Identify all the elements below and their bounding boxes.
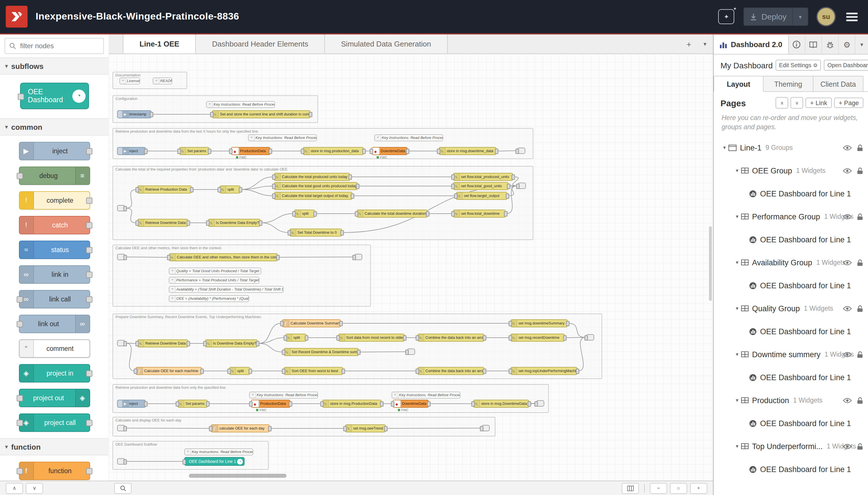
palette-node-subflow-oee-dashboard[interactable]: OEE Dashboard◔ <box>20 83 89 109</box>
open-dashboard-button[interactable]: Open Dashboard ↗ <box>824 60 868 71</box>
flow-node-inj[interactable]: ▶inject <box>117 147 146 155</box>
flow-node-cmt[interactable]: “Key Instructions: Read Before Proceedin… <box>206 101 275 108</box>
palette-node-catch[interactable]: !catch <box>19 216 90 234</box>
node-input-port[interactable] <box>343 426 347 431</box>
flow-node-chg[interactable]: ✎split <box>285 334 307 342</box>
flow-node-inj[interactable]: ▶timestamp <box>117 110 152 118</box>
node-output-port[interactable] <box>362 149 366 154</box>
palette-node-function[interactable]: ffunction <box>19 462 90 480</box>
node-input-port[interactable] <box>320 402 324 407</box>
node-output-port[interactable] <box>268 426 272 431</box>
node-input-port[interactable] <box>509 321 512 326</box>
node-output-port[interactable] <box>339 321 343 326</box>
flow-node-chg[interactable]: ✎store in msg.production_data <box>302 147 364 155</box>
palette-search[interactable] <box>5 38 104 54</box>
tree-widget-row[interactable]: OEE Dashboard for Line 1 <box>714 182 868 205</box>
flow-node-chg[interactable]: ✎set flow.total_downtime <box>453 210 506 218</box>
palette-node-project-out[interactable]: ◈project out <box>19 389 90 407</box>
sidebar-tab-dashboard[interactable]: Dashboard 2.0 <box>714 35 788 54</box>
node-output-port[interactable] <box>150 112 153 117</box>
node-output-port[interactable] <box>504 211 507 217</box>
add-page-button[interactable]: + Page <box>834 98 863 108</box>
node-output-port[interactable] <box>566 321 570 326</box>
node-input-port[interactable] <box>516 184 520 189</box>
flow-node-cmt[interactable]: “Key Instructions: Read Before Proceedin… <box>248 134 317 141</box>
visibility-toggle-icon[interactable] <box>843 167 852 174</box>
node-input-port[interactable] <box>272 174 276 180</box>
dashboard-subtab-Theming[interactable]: Theming <box>764 76 814 92</box>
flow-node-lin[interactable] <box>117 205 125 211</box>
visibility-toggle-icon[interactable] <box>843 351 852 357</box>
node-input-port[interactable] <box>405 349 409 355</box>
node-output-port[interactable] <box>187 221 190 226</box>
canvas-horizontal-scrollbar[interactable] <box>189 474 287 478</box>
assistant-icon[interactable]: ✦✦ <box>718 9 734 24</box>
flow-node-fn[interactable]: fCalculate OEE for each machine <box>136 367 202 375</box>
node-input-port[interactable] <box>292 211 296 217</box>
visibility-toggle-icon[interactable] <box>843 443 852 449</box>
edit-settings-button[interactable]: Edit Settings ⚙ <box>776 60 821 71</box>
node-output-port[interactable] <box>342 369 345 374</box>
chevron-down-icon[interactable]: ▾ <box>733 306 741 311</box>
flow-node-lout[interactable] <box>407 348 415 355</box>
node-input-port[interactable] <box>451 211 455 217</box>
flow-node-chg[interactable]: ✎split <box>219 186 241 193</box>
flow-node-chg[interactable]: ✎Set params <box>177 400 208 408</box>
flow-node-chg[interactable]: ✎Sort data from most recent to oldest <box>338 334 405 342</box>
flow-node-chg[interactable]: ✎split <box>294 210 315 218</box>
flow-node-chg[interactable]: ✎Combine the data back into an array. <box>417 334 485 342</box>
node-input-port[interactable] <box>437 149 440 154</box>
node-input-port[interactable] <box>203 341 207 346</box>
palette-node-project-call[interactable]: ◈project call <box>19 413 90 432</box>
flow-list-icon[interactable]: ▾ <box>697 41 713 47</box>
flow-node-cmt[interactable]: “Availability = (Total Shift Duration - … <box>169 286 283 293</box>
node-input-port[interactable] <box>249 402 253 407</box>
user-avatar[interactable]: su <box>817 8 835 25</box>
node-output-port[interactable] <box>380 402 383 407</box>
node-input-port[interactable] <box>416 369 419 374</box>
flow-node-chg[interactable]: ✎Calculate the total good units produced… <box>274 182 358 190</box>
flow-node-db[interactable]: ◆ProductionDataFWC <box>251 400 291 408</box>
node-input-port[interactable] <box>516 149 519 154</box>
sidebar-tab-info[interactable] <box>788 35 805 54</box>
node-output-port[interactable] <box>190 187 193 192</box>
palette-category-subflows[interactable]: ▾subflows <box>0 57 108 75</box>
flow-tab-Dashboard-Header-Elements[interactable]: Dashboard Header Elements <box>195 34 325 53</box>
node-input-port[interactable] <box>134 369 137 374</box>
flow-node-chg[interactable]: ✎store in msg.downtime_data <box>439 147 497 155</box>
flow-node-lout[interactable] <box>518 183 526 189</box>
canvas-search-icon[interactable] <box>114 483 132 494</box>
tree-group-row[interactable]: ▾Top Underperformi...1 Widgets <box>714 435 868 458</box>
chevron-down-icon[interactable]: ▾ <box>733 397 741 403</box>
flow-node-cmt[interactable]: “License <box>119 78 140 84</box>
node-input-port[interactable] <box>272 184 276 189</box>
deploy-button[interactable]: Deploy ▾ <box>744 7 808 26</box>
tree-widget-row[interactable]: OEE Dashboard for Line 1 <box>714 320 868 343</box>
flow-node-lout[interactable] <box>482 425 490 431</box>
flow-node-sub[interactable]: OEE Dashboard for Line 1◔ <box>184 457 245 466</box>
node-input-port[interactable] <box>585 335 588 340</box>
tree-widget-row[interactable]: OEE Dashboard for Line 1 <box>714 366 868 389</box>
node-output-port[interactable] <box>506 193 509 199</box>
node-output-port[interactable] <box>123 459 127 464</box>
flow-node-fn[interactable]: fcalculate OEE for each day <box>211 424 270 432</box>
visibility-toggle-icon[interactable] <box>843 397 852 404</box>
palette-node-link-out[interactable]: ∞link out <box>19 315 90 333</box>
flow-node-lin[interactable] <box>117 340 125 346</box>
collapse-all-icon[interactable]: ∧ <box>776 97 788 108</box>
palette-collapse-all-icon[interactable]: ∧ <box>6 483 23 494</box>
visibility-toggle-icon[interactable] <box>843 144 852 151</box>
chevron-down-icon[interactable]: ▾ <box>733 259 741 265</box>
lock-icon[interactable] <box>856 442 863 450</box>
node-output-port[interactable] <box>356 184 359 189</box>
palette-category-common[interactable]: ▾common <box>0 118 108 136</box>
flow-node-db[interactable]: ◆ProductionDataFWC <box>231 147 271 155</box>
chevron-down-icon[interactable]: ▾ <box>733 443 741 449</box>
node-output-port[interactable] <box>239 187 242 192</box>
palette-node-link-in[interactable]: ∞link in <box>19 265 90 284</box>
flow-node-chg[interactable]: ✎Retrieve Production Data <box>137 186 192 193</box>
node-input-port[interactable] <box>136 341 139 346</box>
flow-node-lin[interactable] <box>117 425 125 431</box>
node-output-port[interactable] <box>276 255 280 260</box>
flow-node-cmt[interactable]: “OEE = (Availability) * (Performance) * … <box>169 295 249 302</box>
